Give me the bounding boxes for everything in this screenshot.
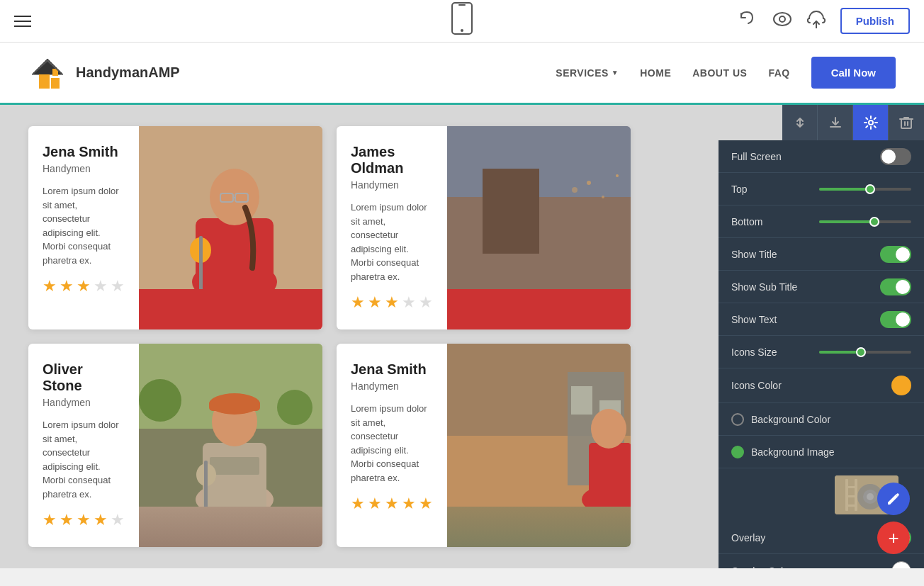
show-text-toggle[interactable] <box>880 311 911 328</box>
overlay-color-picker[interactable] <box>891 561 911 568</box>
full-screen-label: Full Screen <box>731 151 782 162</box>
card-jena-smith-2: Jena Smith Handymen Lorem ipsum dolor si… <box>337 344 631 547</box>
bg-image-radio[interactable] <box>731 446 744 458</box>
svg-point-11 <box>869 120 873 125</box>
publish-button[interactable]: Publish <box>840 8 910 34</box>
bg-color-radio[interactable] <box>731 413 744 426</box>
bg-image-label: Background Image <box>751 446 835 458</box>
top-toolbar: Publish <box>0 0 924 43</box>
move-up-down-btn[interactable] <box>782 105 818 140</box>
settings-bg-image-row: Background Image <box>719 436 924 468</box>
star-4-2: ★ <box>368 495 382 513</box>
floating-add-button[interactable]: + <box>877 522 910 554</box>
svg-point-2 <box>461 29 463 32</box>
cards-container: Jena Smith Handymen Lorem ipsum dolor si… <box>0 105 659 568</box>
card-content-1: Jena Smith Handymen Lorem ipsum dolor si… <box>28 126 139 329</box>
show-title-label: Show Title <box>731 249 777 260</box>
star-4-1: ★ <box>351 495 365 513</box>
download-btn[interactable] <box>818 105 853 140</box>
svg-rect-21 <box>199 236 203 289</box>
card-stars-1: ★ ★ ★ ★ ★ <box>43 277 125 295</box>
card-role-4: Handymen <box>351 381 433 392</box>
section-toolbar <box>782 105 924 140</box>
star-2-1: ★ <box>351 293 365 312</box>
settings-icons-color-row: Icons Color <box>719 368 924 403</box>
overlay-label: Overlay <box>731 532 765 543</box>
settings-btn[interactable] <box>853 105 889 140</box>
nav-services[interactable]: SERVICES ▼ <box>556 67 619 79</box>
full-screen-toggle[interactable] <box>880 148 911 165</box>
svg-rect-38 <box>209 400 260 411</box>
toolbar-left <box>14 16 31 27</box>
star-2-5: ★ <box>419 293 433 312</box>
icons-size-slider[interactable] <box>819 351 911 354</box>
settings-bg-color-row: Background Color <box>719 403 924 436</box>
svg-point-25 <box>587 181 591 185</box>
bottom-label: Bottom <box>731 216 762 227</box>
icons-size-label: Icons Size <box>731 346 777 358</box>
svg-point-31 <box>139 379 181 422</box>
settings-icons-size-row: Icons Size <box>719 336 924 368</box>
site-name: HandymanAMP <box>76 64 180 81</box>
star-1-2: ★ <box>60 277 74 295</box>
show-title-toggle[interactable] <box>880 246 911 263</box>
call-now-button[interactable]: Call Now <box>811 57 896 89</box>
card-content-2: James Oldman Handymen Lorem ipsum dolor … <box>337 126 447 329</box>
svg-point-53 <box>867 493 874 500</box>
svg-point-27 <box>572 187 578 193</box>
star-2-3: ★ <box>385 293 399 312</box>
star-3-5: ★ <box>111 511 125 529</box>
logo-area: HandymanAMP <box>28 53 180 92</box>
card-oliver-stone: Oliver Stone Handymen Lorem ipsum dolor … <box>28 344 322 547</box>
upload-icon[interactable] <box>806 10 826 33</box>
svg-rect-56 <box>845 486 857 488</box>
site-header: HandymanAMP SERVICES ▼ HOME ABOUT US FAQ… <box>0 43 924 105</box>
top-slider[interactable] <box>819 188 911 191</box>
overlay-color-label: Overlay Color <box>731 565 792 568</box>
svg-rect-12 <box>901 119 911 128</box>
star-1-1: ★ <box>43 277 57 295</box>
settings-bottom-row: Bottom <box>719 205 924 238</box>
card-role-3: Handymen <box>43 397 125 408</box>
svg-rect-8 <box>51 78 60 89</box>
nav-faq[interactable]: FAQ <box>768 67 789 79</box>
star-1-4: ★ <box>94 277 108 295</box>
card-stars-2: ★ ★ ★ ★ ★ <box>351 293 433 312</box>
svg-point-4 <box>779 16 785 22</box>
card-stars-4: ★ ★ ★ ★ ★ <box>351 495 433 513</box>
settings-show-text-row: Show Text <box>719 303 924 336</box>
star-4-4: ★ <box>402 495 416 513</box>
svg-rect-1 <box>458 4 466 6</box>
delete-btn[interactable] <box>889 105 924 140</box>
star-3-1: ★ <box>43 511 57 529</box>
phone-preview-icon[interactable] <box>451 2 473 40</box>
icons-color-picker[interactable] <box>891 376 911 395</box>
nav-home[interactable]: HOME <box>640 67 671 79</box>
card-text-2: Lorem ipsum dolor sit amet, consectetur … <box>351 201 433 283</box>
nav-about[interactable]: ABOUT US <box>692 67 747 79</box>
settings-top-row: Top <box>719 173 924 205</box>
bottom-slider[interactable] <box>819 220 911 223</box>
star-4-5: ★ <box>419 495 433 513</box>
floating-edit-button[interactable] <box>877 483 910 515</box>
preview-icon[interactable] <box>772 11 792 31</box>
site-nav: SERVICES ▼ HOME ABOUT US FAQ Call Now <box>556 57 896 89</box>
settings-show-title-row: Show Title <box>719 238 924 271</box>
add-icon: + <box>888 529 898 547</box>
star-2-2: ★ <box>368 293 382 312</box>
card-text-1: Lorem ipsum dolor sit amet, consectetur … <box>43 184 125 267</box>
svg-point-3 <box>774 13 791 26</box>
main-area: Jena Smith Handymen Lorem ipsum dolor si… <box>0 105 924 568</box>
settings-full-screen-row: Full Screen <box>719 140 924 173</box>
svg-rect-40 <box>204 461 208 507</box>
undo-icon[interactable] <box>738 11 758 32</box>
hamburger-menu[interactable] <box>14 16 31 27</box>
card-text-4: Lorem ipsum dolor sit amet, consectetur … <box>351 402 433 485</box>
svg-rect-57 <box>845 495 857 497</box>
card-image-4 <box>447 344 631 547</box>
show-subtitle-toggle[interactable] <box>880 278 911 295</box>
card-name-3: Oliver Stone <box>43 361 125 394</box>
card-image-3 <box>139 344 322 547</box>
card-stars-3: ★ ★ ★ ★ ★ <box>43 511 125 529</box>
card-james-oldman: James Oldman Handymen Lorem ipsum dolor … <box>337 126 631 329</box>
